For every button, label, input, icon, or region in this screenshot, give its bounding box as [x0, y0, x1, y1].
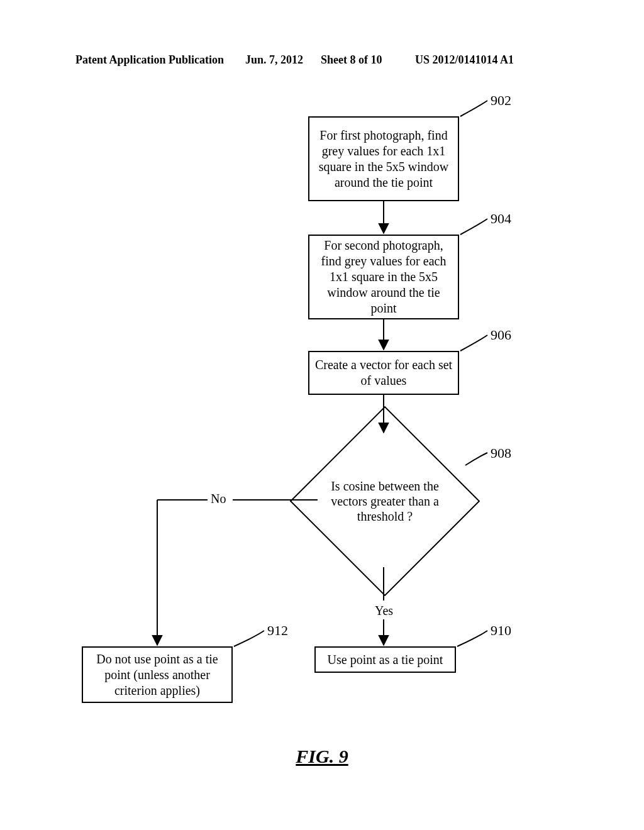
header-sheet: Sheet 8 of 10: [321, 53, 382, 67]
ref-910: 910: [491, 622, 511, 639]
edge-label-yes: Yes: [375, 604, 393, 618]
flow-node-902: For first photograph, find grey values f…: [308, 116, 459, 201]
ref-902: 902: [491, 92, 511, 109]
flow-node-912: Do not use point as a tie point (unless …: [82, 646, 233, 703]
ref-908: 908: [491, 445, 511, 462]
header-date: Jun. 7, 2012: [245, 53, 303, 67]
flow-node-906: Create a vector for each set of values: [308, 351, 459, 395]
ref-912: 912: [267, 622, 288, 639]
flow-decision-908: Is cosine between the vectors greater th…: [318, 434, 452, 568]
flow-node-904: For second photograph, find grey values …: [308, 235, 459, 319]
edge-label-no: No: [211, 492, 226, 506]
ref-904: 904: [491, 211, 511, 227]
header-publication: Patent Application Publication: [75, 53, 224, 67]
figure-label: FIG. 9: [296, 746, 348, 767]
flow-decision-908-text: Is cosine between the vectors greater th…: [319, 479, 451, 524]
flow-node-910: Use point as a tie point: [314, 646, 456, 673]
ref-906: 906: [491, 327, 511, 343]
header-pubno: US 2012/0141014 A1: [415, 53, 514, 67]
